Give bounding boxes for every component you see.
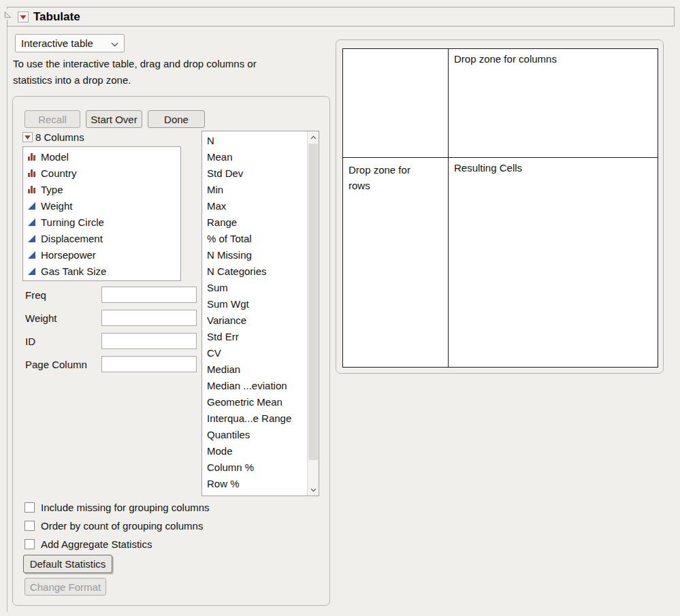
statistic-item[interactable]: N Missing (202, 247, 307, 263)
start-over-button[interactable]: Start Over (86, 110, 142, 128)
continuous-column-icon (27, 267, 36, 276)
continuous-column-icon (27, 201, 36, 210)
dropzone-rows[interactable]: Drop zone for rows (343, 158, 449, 367)
scrollbar-thumb[interactable] (308, 144, 318, 460)
scroll-down-icon[interactable] (308, 484, 319, 496)
instructions-line-2: statistics into a drop zone. (13, 72, 306, 88)
column-item[interactable]: Model (23, 148, 180, 165)
statistic-item[interactable]: % of Total (202, 231, 307, 247)
column-item[interactable]: Turning Circle (23, 214, 180, 230)
statistic-item[interactable]: Geometric Mean (202, 394, 307, 410)
statistic-item[interactable]: Max (202, 198, 307, 214)
column-name: Weight (41, 200, 72, 212)
checkbox-row[interactable]: Order by count of grouping columns (25, 519, 210, 532)
columns-header: 8 Columns (22, 131, 84, 143)
column-item[interactable]: Country (23, 165, 180, 181)
checkbox[interactable] (25, 539, 35, 549)
checkbox[interactable] (25, 521, 35, 531)
page-column-input[interactable] (101, 356, 197, 372)
outline-rail (7, 27, 7, 612)
nominal-column-icon (27, 169, 36, 178)
checkbox-label: Order by count of grouping columns (41, 520, 203, 532)
statistic-item[interactable]: Mode (202, 443, 307, 459)
column-name: Horsepower (41, 249, 96, 261)
column-name: Gas Tank Size (41, 265, 106, 277)
statistic-item[interactable]: Interqua...e Range (202, 410, 307, 427)
statistics-listbox: NMeanStd DevMinMaxRange% of TotalN Missi… (201, 131, 319, 496)
column-name: Displacement (41, 233, 103, 244)
statistic-item[interactable]: Std Err (202, 329, 307, 345)
disclosure-triangle-icon[interactable] (2, 9, 13, 20)
statistic-item[interactable]: Std Dev (202, 165, 307, 182)
resulting-cells-zone[interactable]: Resulting Cells (449, 158, 658, 367)
column-item[interactable]: Displacement (23, 230, 180, 246)
column-name: Country (41, 167, 77, 179)
instructions-text: To use the interactive table, drag and d… (13, 56, 306, 88)
statistic-item[interactable]: N Categories (202, 263, 307, 280)
checkbox-label: Include missing for grouping columns (41, 502, 210, 513)
statistic-item[interactable]: Range (202, 214, 307, 231)
chevron-down-icon (111, 37, 118, 49)
continuous-column-icon (27, 250, 36, 259)
statistic-item[interactable]: Mean (202, 149, 307, 165)
field-row: Weight (25, 310, 197, 326)
weight-input[interactable] (101, 310, 197, 326)
checkbox-row[interactable]: Add Aggregate Statistics (25, 538, 210, 550)
statistic-item[interactable]: CV (202, 345, 307, 361)
statistic-item[interactable]: Min (202, 182, 307, 198)
checkbox[interactable] (25, 502, 35, 513)
field-label: Freq (25, 289, 101, 301)
column-name: Type (41, 184, 63, 195)
continuous-column-icon (27, 218, 36, 227)
done-button[interactable]: Done (148, 110, 205, 128)
statistic-item[interactable]: N (202, 133, 307, 149)
scroll-up-icon[interactable] (308, 131, 319, 143)
columns-red-triangle-icon[interactable] (22, 132, 33, 142)
default-statistics-button[interactable]: Default Statistics (23, 555, 112, 573)
statistic-item[interactable]: Row % (202, 476, 307, 492)
id-input[interactable] (101, 333, 197, 349)
field-row: Freq (25, 287, 197, 303)
control-panel: Recall Start Over Done 8 Columns ModelCo… (12, 96, 330, 606)
dropzone-corner (343, 49, 449, 158)
columns-list: ModelCountryTypeWeightTurning CircleDisp… (22, 146, 181, 281)
checkbox-label: Add Aggregate Statistics (41, 538, 152, 550)
statistic-item[interactable]: Median ...eviation (202, 378, 307, 394)
column-name: Turning Circle (41, 216, 104, 228)
column-name: Model (41, 151, 69, 163)
dropzone-rows-label: Drop zone for rows (349, 162, 420, 193)
dropzone-columns[interactable]: Drop zone for columns (449, 49, 658, 158)
column-item[interactable]: Type (23, 181, 180, 197)
table-mode-value: Interactive table (21, 37, 111, 49)
statistic-item[interactable]: Sum (202, 280, 307, 296)
field-row: ID (25, 333, 197, 349)
checkbox-group: Include missing for grouping columnsOrde… (25, 501, 210, 556)
column-item[interactable]: Horsepower (23, 246, 180, 263)
dropzone-table: Drop zone for columns Drop zone for rows… (342, 48, 658, 368)
checkbox-row[interactable]: Include missing for grouping columns (25, 501, 210, 513)
recall-button[interactable]: Recall (25, 110, 80, 128)
outline-header: Tabulate (7, 7, 675, 27)
page-title: Tabulate (33, 10, 80, 24)
dropzone-columns-label: Drop zone for columns (454, 53, 557, 65)
field-group: FreqWeightIDPage Column (25, 287, 197, 379)
resulting-cells-label: Resulting Cells (454, 162, 522, 174)
field-row: Page Column (25, 356, 197, 372)
continuous-column-icon (27, 234, 36, 243)
statistic-item[interactable]: Sum Wgt (202, 296, 307, 312)
field-label: ID (25, 336, 101, 347)
statistic-item[interactable]: Variance (202, 312, 307, 329)
statistic-item[interactable]: Median (202, 361, 307, 378)
column-item[interactable]: Weight (23, 197, 180, 214)
field-label: Weight (25, 312, 101, 324)
red-triangle-menu-icon[interactable] (18, 12, 29, 22)
field-label: Page Column (25, 359, 101, 370)
table-mode-dropdown[interactable]: Interactive table (15, 34, 125, 52)
statistic-item[interactable]: Quantiles (202, 427, 307, 443)
statistics-scrollbar[interactable] (307, 131, 319, 496)
freq-input[interactable] (101, 287, 197, 303)
statistic-item[interactable]: Column % (202, 459, 307, 476)
nominal-column-icon (27, 185, 36, 194)
change-format-button[interactable]: Change Format (25, 578, 106, 596)
column-item[interactable]: Gas Tank Size (23, 263, 180, 279)
